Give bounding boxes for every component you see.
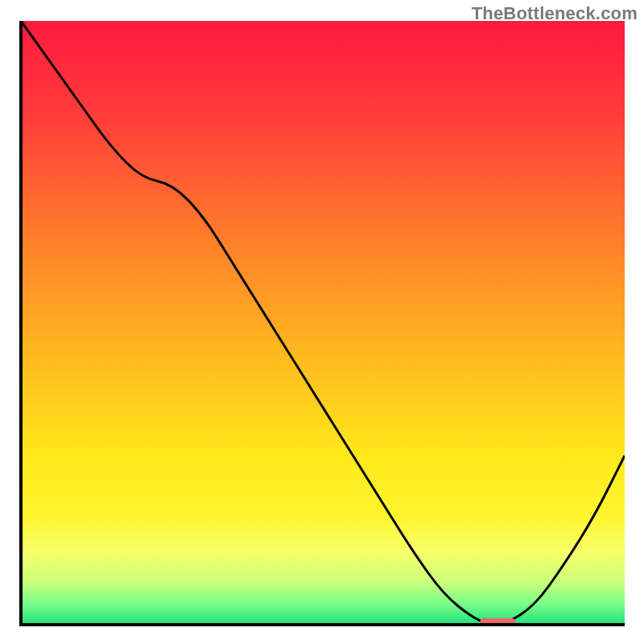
bottleneck-chart: TheBottleneck.com [0,0,644,644]
gradient-background [21,21,625,625]
watermark-text: TheBottleneck.com [472,3,638,24]
plot-area [21,21,625,628]
chart-svg [0,0,644,644]
